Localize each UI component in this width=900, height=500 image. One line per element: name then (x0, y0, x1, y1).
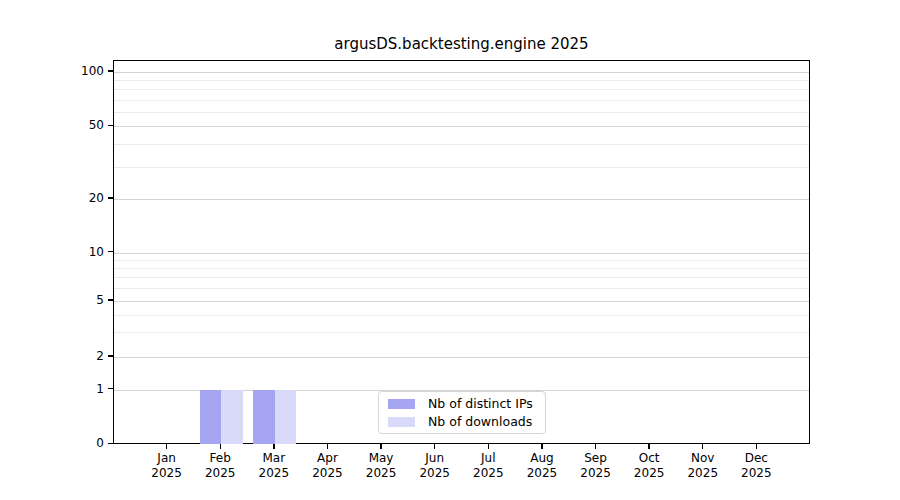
legend-label: Nb of distinct IPs (428, 396, 533, 411)
y-axis-tick (108, 125, 113, 126)
x-axis-tick-label-line: Dec (724, 451, 788, 466)
minor-gridline (114, 80, 809, 81)
minor-gridline (114, 100, 809, 101)
x-axis-tick (327, 444, 328, 449)
minor-gridline (114, 315, 809, 316)
y-axis-tick-label: 0 (64, 437, 104, 449)
plot-area (113, 60, 810, 444)
minor-gridline (114, 167, 809, 168)
minor-gridline (114, 260, 809, 261)
y-axis-tick (108, 251, 113, 252)
y-axis-tick-label: 5 (64, 294, 104, 306)
y-axis-tick (108, 197, 113, 198)
legend-entry: Nb of downloads (379, 413, 545, 430)
minor-gridline (114, 89, 809, 90)
x-axis-tick (220, 444, 221, 449)
major-gridline (114, 301, 809, 302)
minor-gridline (114, 332, 809, 333)
y-axis-tick (108, 443, 113, 444)
y-axis-tick-label: 50 (64, 119, 104, 131)
y-axis-tick (108, 388, 113, 389)
x-axis-tick (380, 444, 381, 449)
x-axis-tick (756, 444, 757, 449)
legend: Nb of distinct IPsNb of downloads (378, 391, 546, 434)
y-axis-tick-label: 100 (64, 65, 104, 77)
major-gridline (114, 357, 809, 358)
y-axis-tick (108, 355, 113, 356)
x-axis-tick (702, 444, 703, 449)
legend-label: Nb of downloads (428, 414, 532, 429)
x-axis-tick (166, 444, 167, 449)
figure: argusDS.backtesting.engine 2025 Nb of di… (0, 0, 900, 500)
major-gridline (114, 72, 809, 73)
x-axis-tick (595, 444, 596, 449)
minor-gridline (114, 268, 809, 269)
x-axis-tick (273, 444, 274, 449)
bar-nb-of-distinct-ips (253, 390, 274, 444)
legend-swatch (388, 417, 415, 427)
y-axis-tick-label: 2 (64, 350, 104, 362)
legend-swatch (388, 399, 415, 409)
y-axis-tick-label: 20 (64, 192, 104, 204)
chart-title: argusDS.backtesting.engine 2025 (113, 35, 810, 53)
x-axis-tick (434, 444, 435, 449)
minor-gridline (114, 288, 809, 289)
minor-gridline (114, 277, 809, 278)
legend-entry: Nb of distinct IPs (379, 395, 545, 412)
x-axis-tick-label-line: 2025 (724, 466, 788, 481)
y-axis-tick-label: 10 (64, 246, 104, 258)
y-axis-tick (108, 299, 113, 300)
y-axis-tick-label: 1 (64, 383, 104, 395)
x-axis-tick (541, 444, 542, 449)
major-gridline (114, 126, 809, 127)
bar-nb-of-distinct-ips (200, 390, 221, 444)
bar-nb-of-downloads (275, 390, 296, 444)
x-axis-tick (488, 444, 489, 449)
major-gridline (114, 199, 809, 200)
minor-gridline (114, 112, 809, 113)
minor-gridline (114, 144, 809, 145)
major-gridline (114, 253, 809, 254)
bar-nb-of-downloads (221, 390, 242, 444)
x-axis-tick (648, 444, 649, 449)
x-axis-tick-label: Dec2025 (724, 451, 788, 481)
y-axis-tick (108, 70, 113, 71)
